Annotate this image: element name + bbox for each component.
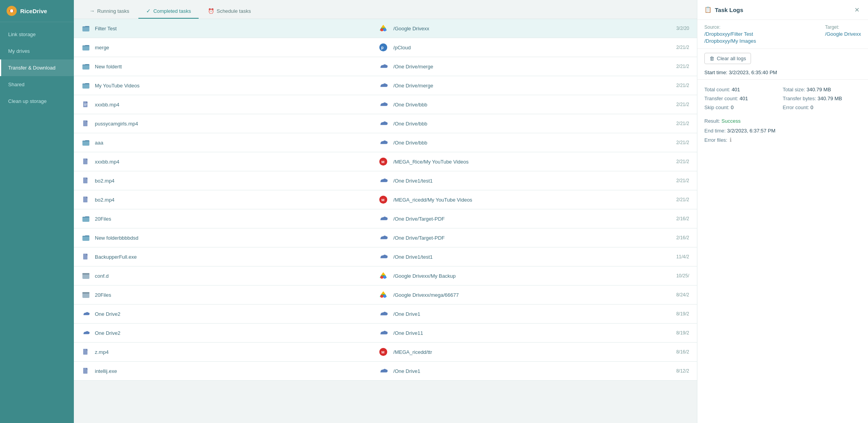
file-type-icon xyxy=(82,81,90,90)
sidebar-item-link-storage[interactable]: Link storage xyxy=(0,26,74,43)
dest-path: /One Drive/Target-PDF xyxy=(393,235,672,241)
file-type-icon xyxy=(82,119,90,128)
sidebar-item-shared[interactable]: Shared xyxy=(0,76,74,93)
info-icon[interactable]: ℹ xyxy=(730,137,732,143)
error-count-item: Error count: 0 xyxy=(783,103,861,112)
task-date: 2/21/2 xyxy=(676,197,689,202)
file-name: merge xyxy=(95,45,373,50)
dest-cloud-icon xyxy=(378,289,389,300)
dest-cloud-icon: M xyxy=(378,194,389,205)
task-date: 8/19/2 xyxy=(676,311,689,317)
dest-cloud-icon: M xyxy=(378,156,389,167)
file-type-icon xyxy=(82,214,90,223)
table-row[interactable]: aaa /One Drive/bbb 2/21/2 xyxy=(74,133,697,152)
table-row[interactable]: z.mp4 M /MEGA_ricedd/ttr 8/16/2 xyxy=(74,343,697,362)
source-target-row: Source: /Dropboxyy/Filter Test /Dropboxy… xyxy=(697,20,868,49)
table-row[interactable]: BackupperFull.exe /One Drive1/test1 11/4… xyxy=(74,247,697,266)
error-count-value: 0 xyxy=(810,104,813,110)
total-count-value: 401 xyxy=(732,87,740,92)
tab-completed-tasks[interactable]: ✓ Completed tasks xyxy=(138,4,199,19)
table-row[interactable]: conf.d /Google Drivexx/My Backup 10/25/ xyxy=(74,266,697,285)
file-type-icon xyxy=(82,24,90,33)
task-date: 2/21/2 xyxy=(676,140,689,145)
table-row[interactable]: bo2.mp4 /One Drive1/test1 2/21/2 xyxy=(74,171,697,190)
task-date: 2/21/2 xyxy=(676,102,689,107)
dest-cloud-icon xyxy=(378,270,389,281)
dest-path: /One Drive/merge xyxy=(393,83,672,89)
end-time-row: End time: 3/2/2023, 6:37:57 PM xyxy=(697,127,868,134)
dest-path: /One Drive1 xyxy=(393,311,672,317)
task-date: 2/21/2 xyxy=(676,178,689,183)
task-date: 2/21/2 xyxy=(676,121,689,126)
file-name: aaa xyxy=(95,140,373,146)
dest-path: /MEGA_Rice/My YouTube Videos xyxy=(393,159,672,165)
svg-rect-26 xyxy=(82,273,89,275)
table-row[interactable]: xxxbb.mp4 /One Drive/bbb 2/21/2 xyxy=(74,95,697,114)
dest-path: /One Drive/bbb xyxy=(393,102,672,108)
skip-count-item: Skip count: 0 xyxy=(704,103,783,112)
dest-path: /One Drive1/test1 xyxy=(393,178,672,184)
dest-path: /One Drive11 xyxy=(393,330,672,336)
file-name: 20Files xyxy=(95,292,373,298)
file-name: intellij.exe xyxy=(95,368,373,374)
sidebar-item-clean-up-storage[interactable]: Clean up storage xyxy=(0,93,74,110)
table-row[interactable]: 20Files /Google Drivexx/mega/66677 8/24/… xyxy=(74,285,697,305)
source-path-2: /Dropboxyy/My Images xyxy=(704,38,756,44)
dest-cloud-icon xyxy=(378,308,389,319)
dest-path: /pCloud xyxy=(393,45,672,50)
clear-all-logs-button[interactable]: 🗑 Clear all logs xyxy=(704,53,751,64)
file-name: bo2.mp4 xyxy=(95,178,373,184)
dest-path: /Google Drivexx/mega/66677 xyxy=(393,292,672,298)
table-row[interactable]: pussycamgirls.mp4 /One Drive/bbb 2/21/2 xyxy=(74,114,697,133)
sidebar-item-my-drives[interactable]: My drives xyxy=(0,43,74,59)
sidebar-item-transfer-download[interactable]: Transfer & Download xyxy=(0,59,74,76)
task-date: 2/21/2 xyxy=(676,64,689,69)
tab-schedule-tasks[interactable]: ⏰ Schedule tasks xyxy=(200,4,258,19)
file-type-icon xyxy=(82,291,90,299)
dest-path: /One Drive/bbb xyxy=(393,140,672,146)
file-type-icon xyxy=(82,329,90,337)
task-list: Filter Test /Google Drivexx 3/2/20 merge… xyxy=(74,19,697,423)
table-row[interactable]: One Drive2 /One Drive1 8/19/2 xyxy=(74,305,697,324)
task-date: 8/19/2 xyxy=(676,330,689,336)
table-row[interactable]: New foldertt /One Drive/merge 2/21/2 xyxy=(74,57,697,76)
table-row[interactable]: My YouTube Videos /One Drive/merge 2/21/… xyxy=(74,76,697,95)
task-date: 8/12/2 xyxy=(676,368,689,374)
task-date: 2/21/2 xyxy=(676,45,689,50)
tab-running-tasks[interactable]: → Running tasks xyxy=(82,4,137,19)
dest-path: /Google Drivexx xyxy=(393,26,672,31)
task-date: 10/25/ xyxy=(676,273,689,279)
svg-rect-30 xyxy=(82,292,89,294)
table-row[interactable]: 20Files /One Drive/Target-PDF 2/16/2 xyxy=(74,209,697,228)
transfer-count-value: 401 xyxy=(740,96,748,101)
close-button[interactable]: ✕ xyxy=(852,5,861,14)
dest-path: /One Drive/merge xyxy=(393,64,672,70)
file-name: z.mp4 xyxy=(95,349,373,355)
dest-path: /One Drive1/test1 xyxy=(393,254,672,260)
dest-cloud-icon xyxy=(378,251,389,262)
result-row: Result: Success xyxy=(697,117,868,125)
source-block: Source: /Dropboxyy/Filter Test /Dropboxy… xyxy=(704,24,756,44)
table-row[interactable]: One Drive2 /One Drive11 8/19/2 xyxy=(74,324,697,343)
table-row[interactable]: merge p /pCloud 2/21/2 xyxy=(74,38,697,57)
logo-icon xyxy=(6,5,17,16)
dest-path: /MEGA_ricedd/ttr xyxy=(393,349,672,355)
table-row[interactable]: Filter Test /Google Drivexx 3/2/20 xyxy=(74,19,697,38)
table-row[interactable]: bo2.mp4 M /MEGA_ricedd/My YouTube Videos… xyxy=(74,190,697,209)
svg-point-28 xyxy=(383,276,386,279)
table-row[interactable]: xxxbb.mp4 M /MEGA_Rice/My YouTube Videos… xyxy=(74,152,697,171)
dest-path: /MEGA_ricedd/My YouTube Videos xyxy=(393,197,672,203)
sidebar-nav: Link storage My drives Transfer & Downlo… xyxy=(0,26,74,110)
svg-point-32 xyxy=(383,295,386,298)
transfer-count-item: Transfer count: 401 xyxy=(704,94,783,103)
dest-path: /One Drive1 xyxy=(393,368,672,374)
dest-cloud-icon xyxy=(378,175,389,186)
file-type-icon xyxy=(82,310,90,318)
table-row[interactable]: intellij.exe /One Drive1 8/12/2 xyxy=(74,362,697,381)
svg-point-27 xyxy=(380,276,383,279)
svg-point-3 xyxy=(380,28,383,31)
file-name: bo2.mp4 xyxy=(95,197,373,203)
table-row[interactable]: New folderbbbbdsd /One Drive/Target-PDF … xyxy=(74,228,697,247)
svg-text:M: M xyxy=(381,198,384,202)
svg-rect-12 xyxy=(84,105,86,106)
